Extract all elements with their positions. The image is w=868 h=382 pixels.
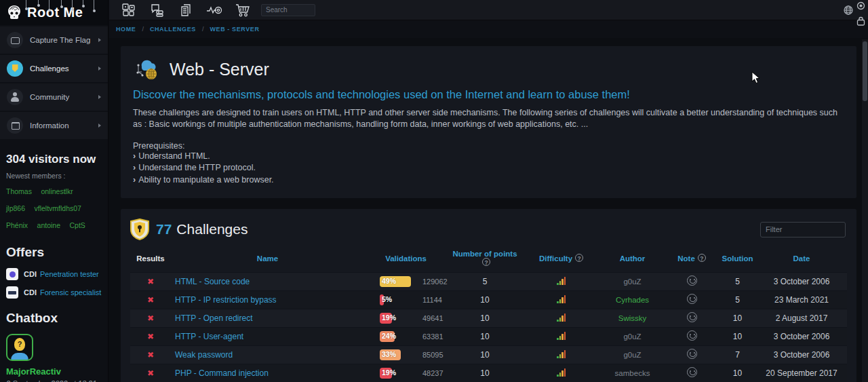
member-link[interactable]: antoine: [37, 220, 60, 231]
challenge-link[interactable]: HTTP - IP restriction bypass: [175, 295, 277, 305]
note-smiley-icon[interactable]: [687, 294, 697, 304]
member-link[interactable]: jlp866: [6, 203, 25, 214]
offer-logo-icon: [6, 268, 18, 280]
offer-link[interactable]: Forensic specialist: [40, 288, 101, 297]
points-value: 10: [448, 346, 522, 364]
note-smiley-icon[interactable]: [687, 367, 697, 377]
not-validated-icon[interactable]: ✖: [147, 295, 154, 305]
challenge-link[interactable]: PHP - Command injection: [175, 368, 269, 378]
validation-pct: 24%: [382, 332, 396, 340]
sidebar: Root Me Capture The Flag Challenges Comm…: [0, 0, 108, 382]
category-description: These challenges are designed to train u…: [133, 107, 844, 130]
not-validated-icon[interactable]: ✖: [147, 313, 154, 323]
validation-pct: 5%: [382, 295, 392, 303]
validation-pct: 49%: [382, 277, 396, 285]
help-icon[interactable]: ?: [575, 254, 583, 262]
challenge-link[interactable]: HTTP - Open redirect: [175, 313, 252, 323]
edge-overlay: [856, 1, 865, 26]
sidebar-item-information[interactable]: Information: [0, 112, 108, 139]
difficulty-bars-icon[interactable]: [557, 313, 566, 322]
difficulty-bars-icon[interactable]: [557, 277, 566, 285]
validation-percentage-badge: 33%: [380, 349, 415, 360]
sidebar-item-challenges[interactable]: Challenges: [0, 55, 108, 82]
not-validated-icon[interactable]: ✖: [147, 350, 154, 360]
difficulty-bars-icon[interactable]: [557, 332, 566, 340]
column-solution[interactable]: Solution: [719, 247, 756, 273]
validation-pct: 19%: [382, 313, 396, 322]
note-smiley-icon[interactable]: [687, 312, 697, 322]
breadcrumb-separator: /: [202, 26, 204, 33]
help-icon[interactable]: ?: [482, 258, 490, 266]
sidebar-item-label: Information: [30, 121, 98, 130]
sidebar-item-label: Community: [30, 93, 98, 101]
hanging-string-decoration: [61, 0, 62, 6]
author-link[interactable]: g0uZ: [623, 332, 641, 341]
member-link[interactable]: onlinestlkr: [41, 186, 73, 197]
target-circle-icon[interactable]: [856, 1, 865, 10]
help-icon[interactable]: ?: [698, 254, 706, 262]
column-points[interactable]: Number of points?: [448, 247, 522, 273]
member-link[interactable]: Thomas: [6, 186, 32, 197]
solution-count: 10: [719, 328, 756, 346]
author-link[interactable]: sambecks: [615, 369, 650, 377]
author-link[interactable]: Cyrhades: [616, 296, 649, 304]
validation-count: 11144: [422, 296, 442, 304]
search-input[interactable]: [261, 4, 315, 16]
validation-percentage-badge: 19%: [380, 313, 415, 324]
author-link[interactable]: Swissky: [618, 314, 647, 322]
not-validated-icon[interactable]: ✖: [147, 332, 154, 341]
breadcrumb-current[interactable]: WEB - SERVER: [210, 26, 259, 33]
bullet-icon: ›: [133, 151, 136, 161]
column-author[interactable]: Author: [600, 247, 665, 273]
community-icon: [7, 89, 23, 105]
sidebar-item-capture-the-flag[interactable]: Capture The Flag: [0, 26, 108, 54]
documents-icon[interactable]: [177, 2, 195, 18]
breadcrumb-home-link[interactable]: HOME: [116, 26, 136, 33]
language-globe-icon[interactable]: [840, 2, 857, 18]
shop-cart-icon[interactable]: [234, 2, 252, 18]
column-validations[interactable]: Validations: [364, 247, 448, 273]
member-link[interactable]: vfleltvmfldhs07: [34, 203, 81, 214]
column-results[interactable]: Results: [130, 247, 171, 273]
hanging-string-decoration: [49, 0, 50, 9]
breadcrumb-challenges-link[interactable]: CHALLENGES: [150, 26, 196, 33]
offer-forensic-specialist[interactable]: CDI Forensic specialist: [6, 286, 102, 299]
avatar[interactable]: ?: [6, 334, 33, 361]
column-note[interactable]: Note?: [665, 247, 719, 273]
ctf-activity-icon[interactable]: [205, 2, 223, 18]
validation-percentage-badge: 24%: [380, 331, 415, 342]
column-name[interactable]: Name: [171, 247, 364, 273]
challenge-link[interactable]: Weak password: [175, 350, 233, 360]
offer-link[interactable]: Penetration tester: [40, 270, 99, 278]
challenge-link[interactable]: HTTP - User-agent: [175, 332, 243, 341]
offer-penetration-tester[interactable]: CDI Penetration tester: [6, 268, 102, 280]
not-validated-icon[interactable]: ✖: [147, 277, 154, 286]
challenges-grid-icon[interactable]: [120, 2, 138, 18]
column-difficulty[interactable]: Difficulty?: [522, 247, 600, 273]
member-link[interactable]: CptS: [69, 220, 85, 231]
sidebar-item-community[interactable]: Community: [0, 83, 108, 111]
member-link[interactable]: Phénix: [6, 220, 28, 231]
difficulty-bars-icon[interactable]: [557, 350, 566, 358]
forum-chat-icon[interactable]: [149, 2, 166, 18]
author-link[interactable]: g0uZ: [623, 278, 641, 286]
filter-input[interactable]: [760, 222, 846, 237]
challenges-table: Results Name Validations Number of point…: [130, 247, 847, 382]
column-date[interactable]: Date: [756, 247, 847, 273]
note-smiley-icon[interactable]: [687, 275, 697, 286]
table-row: ✖Weak password33%8509510g0uZ73 October 2…: [130, 346, 847, 364]
logo[interactable]: Root Me: [0, 0, 108, 25]
note-smiley-icon[interactable]: [687, 330, 697, 341]
author-link[interactable]: g0uZ: [623, 351, 641, 359]
challenge-link[interactable]: HTML - Source code: [175, 277, 250, 286]
challenges-panel: 77 Challenges Results Name Validations N…: [121, 209, 856, 382]
note-smiley-icon[interactable]: [687, 349, 697, 359]
chat-username-link[interactable]: MajorReactiv: [6, 366, 61, 377]
scrollbar-thumb[interactable]: [863, 41, 867, 101]
chevron-right-icon: [98, 123, 101, 128]
lock-icon[interactable]: [856, 16, 865, 26]
not-validated-icon[interactable]: ✖: [147, 368, 154, 378]
scrollbar-track[interactable]: [862, 39, 868, 382]
difficulty-bars-icon[interactable]: [557, 295, 566, 303]
difficulty-bars-icon[interactable]: [557, 368, 566, 377]
